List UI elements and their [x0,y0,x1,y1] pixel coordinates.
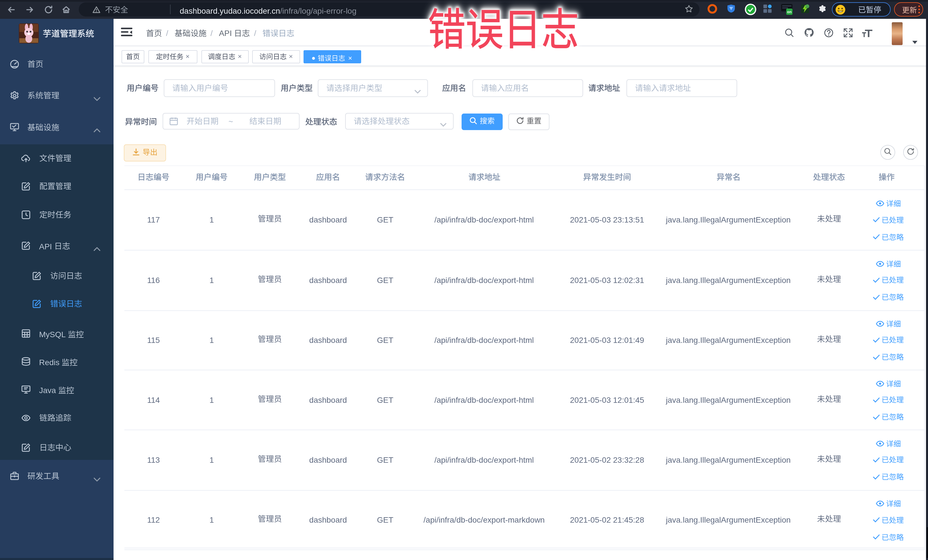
svg-text:on: on [787,9,792,14]
